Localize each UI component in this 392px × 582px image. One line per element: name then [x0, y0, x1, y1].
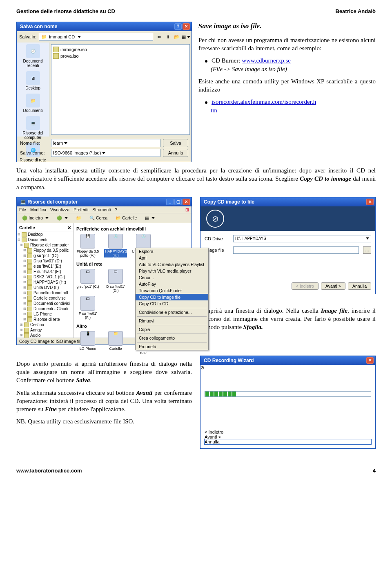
tree-node[interactable]: ⊞F su 'itw01' (F:) — [18, 269, 73, 275]
save-type-combo[interactable]: ISO-9660 images (*.iso) — [51, 149, 160, 157]
save-button[interactable]: Salva — [163, 139, 188, 147]
file-name-label: Nome file: — [20, 141, 49, 146]
wizard-cancel-button[interactable]: Annulla — [348, 282, 371, 290]
up-icon[interactable]: ⬆ — [165, 34, 171, 40]
tree-node[interactable]: ⊞g su 'pc1' (C:) — [18, 253, 73, 259]
ctx-item[interactable]: Add to VLC media player's Playlist — [136, 261, 208, 268]
close-button[interactable]: ✕ — [366, 199, 374, 205]
netdrive-d[interactable]: 🖴D su 'itw01' (D:) — [104, 269, 127, 293]
folder-tree[interactable]: Cartelle✕ ⊞Desktop⊞Documenti⊞Risorse del… — [17, 223, 74, 338]
menu-tools[interactable]: Strumenti — [92, 207, 111, 212]
ctx-item[interactable]: Condivisione e protezione... — [136, 309, 208, 316]
folders-button[interactable]: 📂 Cartelle — [113, 214, 140, 222]
tree-node[interactable]: ⊞DSK2_VOL1 (G:) — [18, 275, 73, 280]
netdrive-c[interactable]: 🖴g su 'pc1' (C:) — [76, 269, 99, 293]
ctx-item[interactable]: Rimuovi — [136, 318, 208, 324]
file-list[interactable]: immagine.iso prova.iso — [51, 44, 190, 135]
link-isorecorder[interactable]: isorecorder.alexfeinman.com/isorecorder.… — [212, 98, 316, 105]
recent-docs-icon[interactable]: 🕘 — [26, 44, 40, 58]
browse-button[interactable]: … — [363, 246, 371, 254]
my-computer-icon[interactable]: 💻 — [26, 116, 40, 130]
cd-drive-label: CD Drive — [205, 236, 229, 241]
views-button[interactable]: ▦ — [142, 214, 158, 222]
back-icon[interactable]: ⬅ — [156, 34, 162, 40]
drive-happydays[interactable]: 💿HAPPYDAYS (H:) — [104, 234, 127, 257]
image-file-input[interactable] — [233, 246, 359, 254]
forward-button[interactable]: 🟢 — [54, 214, 71, 222]
cancel-button[interactable]: Annulla — [163, 149, 188, 157]
tree-node[interactable]: ⊞Desktop — [18, 232, 73, 237]
tree-node[interactable]: ⊞Pannello di controll — [18, 291, 73, 296]
minimize-button[interactable]: _ — [166, 199, 174, 205]
documents-icon[interactable]: 📁 — [26, 94, 40, 107]
close-button[interactable]: ✕ — [183, 199, 190, 205]
bullet-cdburner: CD Burner: www.cdburnerxp.se — [205, 56, 376, 65]
link-cdburnerxp[interactable]: www.cdburnerxp.se — [242, 57, 291, 64]
context-menu: EsploraApriAdd to VLC media player's Pla… — [135, 248, 209, 350]
tree-node[interactable]: ⊞Documenti condivisi — [18, 301, 73, 307]
maximize-button[interactable]: ▢ — [174, 199, 182, 205]
drive-floppy[interactable]: 💾Floppy da 3,5 pollic (A:) — [76, 234, 99, 257]
menu-file[interactable]: File — [19, 207, 26, 212]
save-type-label: Salva come: — [20, 150, 49, 155]
tree-node[interactable]: ⊞e su 'itw01' (E:) — [18, 264, 73, 269]
ctx-item[interactable]: Esplora — [136, 248, 208, 255]
menu-edit[interactable]: Modifica — [30, 207, 46, 212]
wizard2-text: Copying CD Image into a file — [209, 371, 261, 375]
tree-node[interactable]: ⊞Documenti - Claudi — [18, 307, 73, 312]
tree-node[interactable]: ⊞Cestino — [18, 322, 73, 328]
paragraph-usage: Una volta installata, questa utility con… — [16, 166, 376, 191]
ctx-item[interactable]: Cerca... — [136, 274, 208, 281]
save-in-combo[interactable]: 📁 immagini CD — [39, 33, 153, 41]
tree-node[interactable]: ⊞D su 'itw01' (D:) — [18, 259, 73, 264]
tree-close-icon[interactable]: ✕ — [67, 225, 71, 230]
search-button[interactable]: 🔍 Cerca — [87, 214, 110, 222]
tree-node[interactable]: ⊞Risorse di rete — [18, 317, 73, 322]
ctx-item[interactable]: Apri — [136, 255, 208, 261]
menu-view[interactable]: Visualizza — [50, 207, 69, 212]
item-folders[interactable]: 📁Cartelle — [104, 331, 127, 355]
back-button[interactable]: 🟢 Indietro — [19, 214, 51, 222]
wizard2-next-button: Avanti > — [205, 434, 371, 439]
tree-node[interactable]: ⊞Documenti — [18, 237, 73, 243]
up-button[interactable]: 📁 — [73, 214, 84, 222]
wizard-next-button[interactable]: Avanti > — [321, 282, 345, 290]
views-icon[interactable]: ▦ — [183, 34, 189, 40]
close-button[interactable]: ✕ — [183, 23, 190, 30]
explorer-window: 💻 Risorse del computer _ ▢ ✕ File Modifi… — [16, 197, 192, 345]
ctx-item[interactable]: AutoPlay — [136, 281, 208, 287]
ctx-item[interactable]: Play with VLC media player — [136, 268, 208, 274]
tree-node[interactable]: ⊞Anngy — [18, 328, 73, 333]
menu-help[interactable]: ? — [115, 207, 117, 212]
close-button[interactable]: ✕ — [366, 357, 374, 364]
wizard2-cancel-button[interactable]: Annulla — [205, 439, 371, 444]
heading-save-image: Save image as iso file. — [198, 22, 376, 31]
ctx-item[interactable]: Copy CD to CD — [136, 300, 208, 307]
ctx-item[interactable]: Copia — [136, 326, 208, 333]
wizard-title: Copy CD image to file — [204, 199, 254, 205]
help-button[interactable]: ? — [174, 23, 182, 30]
toolbar: 🟢 Indietro 🟢 📁 🔍 Cerca 📂 Cartelle ▦ — [17, 213, 192, 223]
desktop-icon[interactable]: 🖥 — [26, 71, 40, 85]
paragraph-imagefile: Si aprirà una finestra di dialogo. Nella… — [200, 307, 376, 331]
new-folder-icon[interactable]: 📂 — [174, 34, 180, 40]
save-in-label: Salva in: — [19, 34, 36, 39]
tree-node[interactable]: ⊞Floppy da 3,5 pollic — [18, 248, 73, 253]
item-lgphone[interactable]: 📱LG Phone — [76, 331, 99, 355]
ctx-item[interactable]: Trova con QuickFinder — [136, 287, 208, 294]
tree-node[interactable]: ⊞Unità DVD (I:) — [18, 285, 73, 291]
link-isorecorder-2[interactable]: tm — [211, 107, 217, 114]
cd-drive-combo[interactable]: H:\ HAPPYDAYS — [233, 235, 371, 242]
tree-node[interactable]: ⊞Risorse del computer — [18, 243, 73, 248]
file-name-input[interactable]: learn — [51, 139, 160, 147]
netdrive-f[interactable]: 🖴F su 'itw01' (F:) — [76, 296, 99, 320]
menu-favorites[interactable]: Preferiti — [74, 207, 88, 212]
ctx-item[interactable]: Proprietà — [136, 343, 208, 350]
tree-node[interactable]: ⊞Audio — [18, 333, 73, 338]
tree-node[interactable]: ⊞Cartelle condivise — [18, 296, 73, 301]
content-pane[interactable]: Periferiche con archivi rimovibili 💾Flop… — [74, 223, 192, 338]
tree-node[interactable]: ⊞HAPPYDAYS (H:) — [18, 280, 73, 285]
tree-node[interactable]: ⊞LG Phone — [18, 312, 73, 317]
ctx-copy-cd-image[interactable]: Copy CD to image file — [136, 294, 208, 300]
ctx-item[interactable]: Crea collegamento — [136, 335, 208, 341]
